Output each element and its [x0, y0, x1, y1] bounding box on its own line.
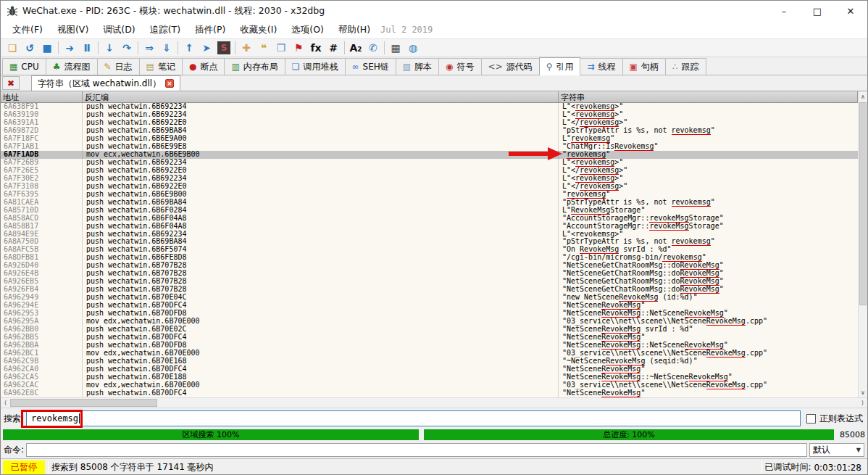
- calculator-icon[interactable]: ▦: [387, 40, 404, 56]
- vertical-scrollbar-thumb[interactable]: [859, 102, 867, 305]
- command-profile-dropdown[interactable]: 默认 ▼: [809, 443, 864, 457]
- step-out-icon[interactable]: ⇓: [158, 40, 175, 56]
- table-row[interactable]: 6A8DFB81push wechatwin.6B6FE8D8"/cgi-bin…: [1, 254, 858, 262]
- hash-icon[interactable]: #: [325, 40, 342, 56]
- table-row[interactable]: 6A7F6395push wechatwin.6B6E9B00"revokems…: [1, 191, 858, 199]
- tab-handles[interactable]: ▣句柄: [622, 58, 666, 75]
- labels-icon[interactable]: ❐: [272, 40, 290, 56]
- tab-cpu[interactable]: ▦CPU: [2, 58, 46, 75]
- run-icon[interactable]: ➜: [61, 40, 78, 56]
- table-row[interactable]: 6A7F1AB1push wechatwin.6B6E99E8"ChatMgr:…: [1, 143, 858, 151]
- table-row[interactable]: 6A926E4Bpush wechatwin.6B707B28"NetScene…: [1, 270, 858, 278]
- table-row[interactable]: 6A638F91push wechatwin.6B692234L"<revoke…: [1, 103, 858, 111]
- tab-seh-chain[interactable]: ∞SEH链: [345, 58, 396, 75]
- step-into-icon[interactable]: ↓: [101, 40, 118, 56]
- minimize-button[interactable]: –: [767, 1, 801, 21]
- tab-log[interactable]: ✎日志: [97, 58, 140, 75]
- table-row[interactable]: 6A81CAEApush wechatwin.6B69BA84"pStrType…: [1, 199, 858, 207]
- tab-strings-wechatwin[interactable]: 字符串（区域 wechatwin.dll） ×: [31, 75, 180, 91]
- scroll-left-icon[interactable]: ⟨: [1, 398, 10, 408]
- table-row[interactable]: 6A962BB5push wechatwin.6B70DFC4"NetScene…: [1, 334, 858, 342]
- close-button[interactable]: ✕: [834, 1, 867, 21]
- table-row[interactable]: 6A926EB5push wechatwin.6B707B28"NetScene…: [1, 278, 858, 286]
- horizontal-scrollbar-thumb[interactable]: [10, 399, 157, 407]
- column-header-address[interactable]: 地址: [1, 91, 83, 102]
- table-row[interactable]: 6A962BBApush wechatwin.6B70DFD8"NetScene…: [1, 342, 858, 350]
- tab-references[interactable]: ⚲引用: [539, 57, 581, 75]
- command-input[interactable]: [26, 443, 807, 457]
- search-input[interactable]: revokemsg: [26, 410, 801, 426]
- tab-source[interactable]: <>源代码: [481, 58, 540, 75]
- column-header-disassembly[interactable]: 反汇编: [83, 91, 559, 102]
- table-row[interactable]: 6A6391A1push wechatwin.6B6922E0L"</revok…: [1, 119, 858, 127]
- table-row[interactable]: 6A962C9Bpush wechatwin.6B70E168"~NetScen…: [1, 358, 858, 365]
- stop-icon[interactable]: ■: [38, 40, 56, 56]
- scroll-down-icon[interactable]: ∨: [859, 387, 867, 397]
- tab-breakpoint[interactable]: ●断点: [182, 58, 225, 75]
- run-to-user-code-icon[interactable]: ↑: [180, 40, 198, 56]
- run-to-cursor-icon[interactable]: ⇒: [141, 40, 158, 56]
- seh-badge-icon[interactable]: S: [217, 41, 230, 54]
- pause-icon[interactable]: Ⅱ: [78, 40, 96, 56]
- menu-help[interactable]: 帮助(H): [331, 22, 377, 38]
- table-row[interactable]: 6A926D40push wechatwin.6B707B28"NetScene…: [1, 262, 858, 270]
- table-row[interactable]: 6A894E9Epush wechatwin.6B692234L"<revoke…: [1, 231, 858, 239]
- restart-icon[interactable]: ↺: [21, 40, 38, 56]
- open-file-icon[interactable]: ❏: [4, 40, 21, 56]
- table-row[interactable]: 6A7F26E5push wechatwin.6B6922E0L"</revok…: [1, 167, 858, 175]
- tab-memory-map[interactable]: ▥内存布局: [224, 58, 285, 75]
- scroll-up-icon[interactable]: ∧: [859, 91, 867, 102]
- table-row[interactable]: 6A7F30E2push wechatwin.6B692234L"<revoke…: [1, 175, 858, 183]
- tab-graph[interactable]: ♣流程图: [46, 58, 98, 75]
- menu-debug[interactable]: 调试(D): [96, 22, 142, 38]
- attach-icon[interactable]: ➤: [198, 40, 215, 56]
- maximize-button[interactable]: □: [801, 1, 834, 21]
- column-header-string[interactable]: 字符串: [559, 91, 858, 102]
- table-row[interactable]: 6A69872Dpush wechatwin.6B69BA84"pStrType…: [1, 127, 858, 135]
- table-row[interactable]: 6A962CA5push wechatwin.6B70E188"NetScene…: [1, 373, 858, 381]
- tab-call-stack[interactable]: ❏调用堆栈: [285, 58, 346, 75]
- menu-trace[interactable]: 追踪(T): [143, 22, 188, 38]
- table-row[interactable]: 6A858ACDpush wechatwin.6B6F04A8"AccountS…: [1, 215, 858, 223]
- step-over-icon[interactable]: ↷: [118, 40, 135, 56]
- tab-notes[interactable]: ▤笔记: [139, 58, 183, 75]
- table-row[interactable]: 6A96295Amov edx,wechatwin.6B70E000"03_se…: [1, 318, 858, 326]
- table-row[interactable]: 6A639190push wechatwin.6B692234L"<revoke…: [1, 111, 858, 119]
- table-row[interactable]: 6A962949push wechatwin.6B70E04C"new NetS…: [1, 294, 858, 302]
- comments-icon[interactable]: ❝: [255, 40, 272, 56]
- menu-view[interactable]: 视图(V): [50, 22, 96, 38]
- table-row[interactable]: 6A962953push wechatwin.6B70DFD8"NetScene…: [1, 310, 858, 318]
- horizontal-scrollbar[interactable]: ⟨ ⟩: [1, 397, 867, 408]
- tab-script[interactable]: ▧脚本: [396, 58, 439, 75]
- functions-icon[interactable]: fx: [307, 40, 325, 56]
- menu-options[interactable]: 选项(O): [284, 22, 331, 38]
- table-row[interactable]: 6A926FB4push wechatwin.6B707B28"NetScene…: [1, 286, 858, 294]
- table-row[interactable]: 6A962BC1mov edx,wechatwin.6B70E000"03_se…: [1, 350, 858, 358]
- table-row[interactable]: 6A96294Epush wechatwin.6B70DFC4"NetScene…: [1, 302, 858, 310]
- table-row[interactable]: 6A7F18FCpush wechatwin.6B6E9A00L"revokem…: [1, 135, 858, 143]
- menu-file[interactable]: 文件(F): [5, 22, 50, 38]
- globe-icon[interactable]: ◍: [404, 40, 422, 56]
- table-row[interactable]: 6A858B17push wechatwin.6B6F04A8"AccountS…: [1, 223, 858, 231]
- menu-plugins[interactable]: 插件(P): [188, 22, 233, 38]
- tab-close-icon[interactable]: ×: [165, 79, 174, 88]
- table-row[interactable]: 6A8AFC5Bpush wechatwin.6B6F5074"On Revok…: [1, 246, 858, 254]
- table-row[interactable]: 6A8A750Dpush wechatwin.6B69BA84"pStrType…: [1, 238, 858, 246]
- tab-symbols[interactable]: ◉符号: [438, 58, 481, 75]
- close-all-tabs-button[interactable]: ✖: [2, 76, 20, 90]
- regex-checkbox[interactable]: [806, 414, 816, 424]
- table-row[interactable]: 6A962CACmov edx,wechatwin.6B70E000"03_se…: [1, 381, 858, 389]
- vertical-scrollbar[interactable]: ∧ ∨: [858, 91, 867, 397]
- table-row[interactable]: 6A7F3108push wechatwin.6B6922E0L"</revok…: [1, 183, 858, 191]
- tab-threads[interactable]: ⇉线程: [580, 58, 622, 75]
- table-row[interactable]: 6A962BB0push wechatwin.6B70E02C"NetScene…: [1, 326, 858, 334]
- tab-trace[interactable]: ∴跟踪: [665, 58, 706, 75]
- strings-icon[interactable]: A₂: [347, 40, 364, 56]
- patches-icon[interactable]: ✚: [238, 40, 255, 56]
- table-row[interactable]: 6A962CA0push wechatwin.6B70DFC4"NetScene…: [1, 365, 858, 373]
- table-row[interactable]: 6A7F26B9push wechatwin.6B692234L"<revoke…: [1, 159, 858, 167]
- bookmarks-icon[interactable]: ⚑: [290, 40, 307, 56]
- table-row[interactable]: 6A962E8Cpush wechatwin.6B70DFC4"NetScene…: [1, 389, 858, 397]
- menu-favourites[interactable]: 收藏夹(I): [233, 22, 284, 38]
- call-icon[interactable]: ✆: [364, 40, 382, 56]
